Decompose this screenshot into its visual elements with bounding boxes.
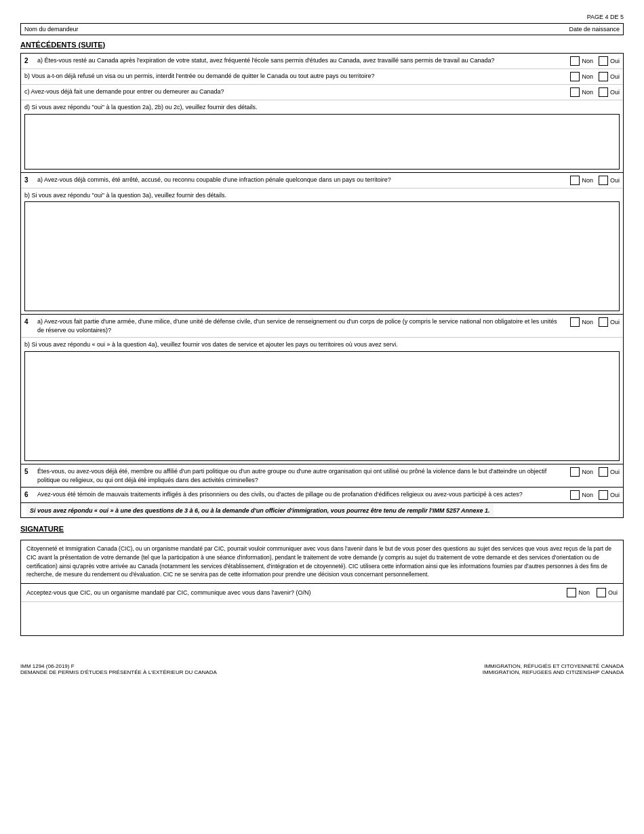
q2a-oui-checkbox[interactable] xyxy=(599,56,608,66)
q4a-non-label: Non xyxy=(582,319,593,325)
antecedents-title: ANTÉCÉDENTS (SUITE) xyxy=(20,41,624,49)
q2c-oui-label: Oui xyxy=(610,89,620,96)
q4a-text: a) Avez-vous fait partie d'une armée, d'… xyxy=(37,317,563,334)
q2c-oui-checkbox[interactable] xyxy=(599,87,608,97)
q4a-oui-label: Oui xyxy=(610,319,620,325)
q3b-textarea[interactable] xyxy=(24,201,620,311)
q5-num: 5 xyxy=(24,468,35,475)
q6-non-label: Non xyxy=(582,492,593,498)
q2a-text: a) Êtes-vous resté au Canada après l'exp… xyxy=(37,56,495,65)
question-3-block: 3 a) Avez-vous déjà commis, été arrêté, … xyxy=(21,173,623,315)
q2b-non-label: Non xyxy=(582,73,593,80)
q2c-non-label: Non xyxy=(582,89,593,96)
q4b-textarea[interactable] xyxy=(24,351,620,461)
q3a-oui-checkbox[interactable] xyxy=(599,176,608,185)
sig-oui-checkbox[interactable] xyxy=(597,588,606,597)
q4a-oui-checkbox[interactable] xyxy=(599,317,608,327)
q6-num: 6 xyxy=(24,491,35,498)
signature-question: Acceptez-vous que CIC, ou un organisme m… xyxy=(26,589,553,596)
q3a-oui-label: Oui xyxy=(610,177,620,184)
q6-text: Avez-vous été témoin de mauvais traiteme… xyxy=(37,490,523,499)
q3b-text: b) Si vous avez répondu "oui" à la quest… xyxy=(24,192,226,199)
antecedents-note: Si vous avez répondu « oui » à une des q… xyxy=(26,504,494,517)
q3a-text: a) Avez-vous déjà commis, été arrêté, ac… xyxy=(37,176,391,184)
q2b-non-checkbox[interactable] xyxy=(570,72,580,81)
q3a-non-checkbox[interactable] xyxy=(570,176,580,185)
q2b-text: b) Vous a-t-on déjà refusé un visa ou un… xyxy=(24,73,375,79)
q4a-non-checkbox[interactable] xyxy=(570,317,580,327)
q2a-non-label: Non xyxy=(582,58,593,64)
q2c-non-checkbox[interactable] xyxy=(570,87,580,97)
nom-label: Nom du demandeur xyxy=(24,26,79,33)
question-2-block: 2 a) Êtes-vous resté au Canada après l'e… xyxy=(21,54,623,173)
q2b-oui-label: Oui xyxy=(610,73,620,80)
footer-right-line1: IMMIGRATION, RÉFUGIÉS ET CITOYENNETÉ CAN… xyxy=(483,663,624,669)
sig-oui-label: Oui xyxy=(608,589,618,596)
q6-oui-label: Oui xyxy=(610,492,620,498)
q4b-text: b) Si vous avez répondu « oui » à la que… xyxy=(24,341,398,348)
q3-num: 3 xyxy=(24,176,35,184)
sig-non-checkbox[interactable] xyxy=(567,588,576,597)
footer-left-line2: DEMANDE DE PERMIS D'ÉTUDES PRÉSENTÉE À L… xyxy=(20,669,217,675)
q4-num: 4 xyxy=(24,318,35,325)
dob-label: Date de naissance xyxy=(569,26,620,33)
q5-oui-checkbox[interactable] xyxy=(599,467,608,477)
question-4-block: 4 a) Avez-vous fait partie d'une armée, … xyxy=(21,315,623,464)
q2a-non-checkbox[interactable] xyxy=(570,56,580,66)
footer-left-line1: IMM 1294 (06-2019) F xyxy=(20,663,217,669)
q5-non-checkbox[interactable] xyxy=(570,467,580,477)
page-number: PAGE 4 DE 5 xyxy=(587,14,624,20)
q5-text: Êtes-vous, ou avez-vous déjà été, membre… xyxy=(37,467,563,484)
q2c-text: c) Avez-vous déjà fait une demande pour … xyxy=(24,88,224,95)
q3a-non-label: Non xyxy=(582,177,593,184)
q6-non-checkbox[interactable] xyxy=(570,490,580,500)
signature-body-text: Citoyenneté et Immigration Canada (CIC),… xyxy=(26,544,618,579)
q2a-oui-label: Oui xyxy=(610,58,620,64)
q5-oui-label: Oui xyxy=(610,469,620,475)
sig-non-label: Non xyxy=(578,589,590,596)
q2b-oui-checkbox[interactable] xyxy=(599,72,608,81)
footer-right-line2: IMMIGRATION, REFUGEES AND CITIZENSHIP CA… xyxy=(483,669,624,675)
q6-oui-checkbox[interactable] xyxy=(599,490,608,500)
q2d-text: d) Si vous avez répondu "oui" à la quest… xyxy=(24,104,258,111)
q2d-textarea[interactable] xyxy=(24,114,620,170)
q5-non-label: Non xyxy=(582,469,593,475)
signature-title: SIGNATURE xyxy=(20,525,624,533)
q2-num: 2 xyxy=(24,57,35,64)
